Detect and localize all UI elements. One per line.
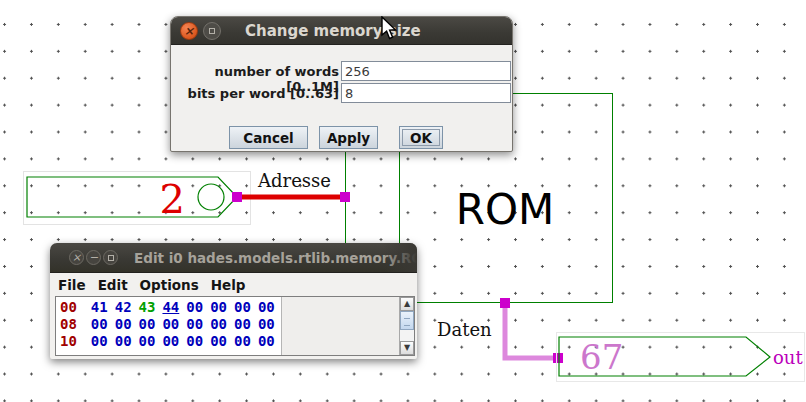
mem-byte[interactable]: 00 [234, 316, 251, 332]
mem-byte[interactable]: 00 [186, 316, 203, 332]
close-icon[interactable]: × [69, 250, 84, 265]
menu-file[interactable]: File [58, 277, 86, 293]
mem-byte[interactable]: 00 [258, 333, 275, 349]
maximize-glyph [209, 28, 215, 34]
data-wire-label: Daten [437, 319, 492, 340]
mem-byte[interactable]: 00 [210, 333, 227, 349]
close-icon[interactable]: × [180, 22, 198, 40]
mem-byte[interactable]: 00 [258, 316, 275, 332]
memory-row: 100000000000000000 [60, 333, 281, 350]
mem-byte[interactable]: 00 [91, 316, 108, 332]
data-wire[interactable]: Daten [437, 298, 563, 363]
address-wire-label: Adresse [257, 170, 331, 191]
mem-addr: 10 [60, 333, 77, 349]
scrollbar[interactable]: ▲ ▼ [399, 297, 414, 355]
mem-byte[interactable]: 00 [258, 299, 275, 315]
mem-byte[interactable]: 00 [139, 333, 156, 349]
input-pin-symbol[interactable] [27, 177, 237, 217]
bits-input[interactable] [341, 83, 511, 103]
data-wire-segment[interactable] [505, 303, 558, 358]
memory-editor-window: × − Edit i0 hades.models.rtlib.memory.RO… [50, 243, 417, 359]
memory-editor-menubar: File Edit Options Help [50, 273, 417, 296]
scroll-up-icon[interactable]: ▲ [400, 297, 414, 311]
minimize-glyph: − [89, 252, 98, 264]
mem-addr: 00 [60, 299, 77, 315]
menu-edit[interactable]: Edit [98, 277, 128, 293]
change-memory-size-dialog: × Change memory size number of words [0.… [170, 16, 513, 152]
address-wire[interactable]: Adresse [232, 170, 350, 202]
ok-button[interactable]: OK [399, 126, 443, 149]
cancel-button[interactable]: Cancel [229, 126, 308, 149]
mem-byte[interactable]: 00 [234, 299, 251, 315]
mem-byte[interactable]: 00 [162, 316, 179, 332]
memory-row: 004142434400000000 [60, 299, 281, 316]
minimize-icon[interactable]: − [86, 250, 101, 265]
mem-byte[interactable]: 00 [210, 316, 227, 332]
mem-byte[interactable]: 00 [115, 333, 132, 349]
input-pin-value: 2 [160, 176, 185, 222]
output-pin-name: out [773, 347, 803, 368]
mem-byte[interactable]: 00 [162, 333, 179, 349]
memory-editor-content: 004142434400000000 080000000000000000 10… [55, 296, 415, 356]
input-pin[interactable]: 2 [24, 172, 251, 225]
output-pin[interactable]: 67 out [557, 333, 805, 382]
dialog-titlebar[interactable]: × Change memory size [171, 17, 512, 45]
connector-rom-data[interactable] [500, 298, 510, 308]
maximize-icon[interactable] [103, 250, 118, 265]
connector-rom-address[interactable] [340, 192, 350, 202]
mem-byte[interactable]: 00 [234, 333, 251, 349]
close-glyph: × [184, 25, 194, 37]
mem-byte[interactable]: 00 [210, 299, 227, 315]
scrollbar-thumb[interactable] [400, 311, 414, 330]
connector-input-tip[interactable] [232, 192, 242, 202]
mem-byte[interactable]: 00 [139, 316, 156, 332]
scroll-down-icon[interactable]: ▼ [400, 341, 414, 355]
menu-help[interactable]: Help [211, 277, 246, 293]
mem-byte[interactable]: 43 [139, 299, 156, 315]
schematic-canvas[interactable]: ROM 2 Adresse Daten 67 out [0, 0, 806, 402]
mem-byte[interactable]: 41 [91, 299, 108, 315]
title-fade [383, 243, 417, 272]
cursor-arrow [382, 17, 395, 39]
memory-editor-title: Edit i0 hades.models.rtlib.memory.RO [134, 250, 417, 266]
mem-byte[interactable]: 42 [115, 299, 132, 315]
mem-byte[interactable]: 00 [186, 333, 203, 349]
mem-addr: 08 [60, 316, 77, 332]
menu-options[interactable]: Options [140, 277, 199, 293]
maximize-icon[interactable] [203, 22, 221, 40]
mouse-cursor [380, 16, 400, 42]
mem-byte[interactable]: 00 [115, 316, 132, 332]
close-glyph: × [72, 252, 81, 264]
mem-byte[interactable]: 00 [91, 333, 108, 349]
bits-label: bits per word [0..63] [171, 86, 339, 101]
rom-label: ROM [456, 185, 554, 234]
memory-editor-titlebar[interactable]: × − Edit i0 hades.models.rtlib.memory.RO [50, 243, 417, 273]
maximize-glyph [108, 255, 114, 261]
connector-output-pin[interactable] [553, 353, 563, 363]
memory-row: 080000000000000000 [60, 316, 281, 333]
input-pin-toggle[interactable] [198, 184, 224, 210]
mem-byte[interactable]: 00 [186, 299, 203, 315]
output-pin-value: 67 [580, 337, 623, 377]
memory-table[interactable]: 004142434400000000 080000000000000000 10… [56, 297, 282, 355]
apply-button[interactable]: Apply [319, 126, 378, 149]
mem-byte[interactable]: 44 [162, 299, 179, 315]
words-input[interactable] [341, 61, 511, 81]
